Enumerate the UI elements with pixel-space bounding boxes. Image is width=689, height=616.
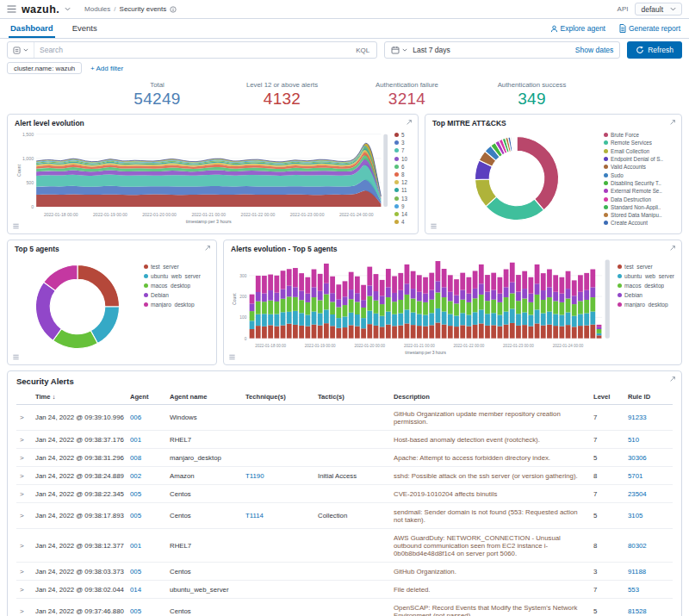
legend-item[interactable]: macos_desktop: [144, 281, 209, 290]
refresh-button[interactable]: Refresh: [627, 41, 682, 59]
search-input[interactable]: [34, 46, 349, 54]
expand-row-icon[interactable]: >: [20, 436, 24, 444]
legend-item[interactable]: Endpoint Denial of S..: [604, 155, 674, 163]
legend-item[interactable]: Brute Force: [604, 131, 674, 139]
calendar-menu-button[interactable]: [391, 46, 407, 54]
legend-item[interactable]: ubuntu_web_server: [144, 271, 209, 281]
column-header[interactable]: Agent: [127, 389, 166, 405]
rule-id-link[interactable]: 510: [628, 436, 639, 444]
rule-id-link[interactable]: 81528: [628, 607, 647, 615]
technique-link[interactable]: T1190: [245, 472, 264, 480]
legend-item[interactable]: Create Account: [604, 219, 674, 227]
expand-row-icon[interactable]: >: [20, 607, 24, 615]
legend-item[interactable]: 9: [394, 202, 411, 210]
legend-item[interactable]: manjaro_desktop: [618, 300, 674, 309]
expand-row-icon[interactable]: >: [20, 490, 24, 498]
column-header[interactable]: Rule ID: [624, 389, 673, 405]
agent-id-link[interactable]: 005: [130, 490, 141, 498]
legend-item[interactable]: 10: [394, 155, 411, 163]
legend-item[interactable]: 11: [394, 186, 411, 194]
rule-id-link[interactable]: 553: [628, 586, 639, 594]
legend-item[interactable]: 14: [394, 210, 411, 218]
legend-item[interactable]: Email Collection: [604, 147, 674, 155]
legend-item[interactable]: Valid Accounts: [604, 163, 674, 171]
legend-item[interactable]: Stored Data Manipu..: [604, 211, 674, 219]
tab[interactable]: Events: [71, 19, 99, 38]
agent-id-link[interactable]: 001: [130, 542, 141, 550]
rule-id-link[interactable]: 5701: [628, 472, 642, 480]
column-header[interactable]: Time ↓: [32, 389, 127, 405]
tab[interactable]: Dashboard: [9, 19, 55, 38]
legend-item[interactable]: Standard Non-Appli..: [604, 203, 674, 211]
expand-panel-icon[interactable]: [406, 119, 413, 126]
legend-item[interactable]: manjaro_desktop: [144, 300, 209, 309]
expand-row-icon[interactable]: >: [20, 542, 24, 550]
filter-pill[interactable]: cluster.name: wazuh: [7, 62, 82, 74]
legend-item[interactable]: test_server: [144, 262, 209, 271]
legend-item[interactable]: 8: [394, 171, 411, 178]
expand-row-icon[interactable]: >: [20, 454, 24, 462]
column-header[interactable]: Level: [590, 389, 624, 405]
expand-row-icon[interactable]: >: [20, 414, 24, 421]
agent-id-link[interactable]: 005: [130, 607, 141, 615]
wazuh-logo[interactable]: wazuh.: [22, 3, 59, 16]
legend-toggle-icon[interactable]: [12, 222, 20, 230]
expand-panel-icon[interactable]: [669, 376, 676, 383]
agent-id-link[interactable]: 006: [130, 414, 141, 421]
legend-item[interactable]: 7: [394, 146, 411, 154]
legend-item[interactable]: Disabling Security T..: [604, 179, 674, 187]
legend-item[interactable]: 12: [394, 178, 411, 186]
menu-icon[interactable]: [7, 5, 16, 13]
explore-agent-button[interactable]: Explore agent: [550, 24, 605, 33]
legend-item[interactable]: 3: [394, 139, 411, 146]
expand-row-icon[interactable]: >: [20, 512, 24, 520]
legend-item[interactable]: test_server: [618, 262, 674, 271]
column-header[interactable]: Tactic(s): [314, 389, 390, 405]
expand-panel-icon[interactable]: [204, 245, 211, 252]
generate-report-button[interactable]: Generate report: [619, 24, 680, 33]
legend-item[interactable]: 6: [394, 163, 411, 171]
rule-id-link[interactable]: 80302: [628, 542, 647, 550]
technique-link[interactable]: T1114: [245, 512, 264, 520]
chevron-down-icon[interactable]: [65, 7, 71, 11]
legend-item[interactable]: Remote Services: [604, 139, 674, 146]
column-header[interactable]: Technique(s): [242, 389, 314, 405]
legend-item[interactable]: Data Destruction: [604, 195, 674, 202]
expand-row-icon[interactable]: >: [20, 586, 24, 594]
agent-id-link[interactable]: 002: [130, 472, 141, 480]
legend-item[interactable]: Debian: [618, 290, 674, 300]
info-icon[interactable]: [170, 6, 177, 13]
breadcrumb-modules[interactable]: Modules: [84, 5, 110, 13]
agent-id-link[interactable]: 001: [130, 436, 141, 444]
legend-item[interactable]: 4: [394, 218, 411, 226]
expand-row-icon[interactable]: >: [20, 568, 24, 576]
legend-toggle-icon[interactable]: [430, 222, 438, 230]
agent-id-link[interactable]: 014: [130, 586, 141, 594]
expand-row-icon[interactable]: >: [20, 472, 24, 480]
expand-panel-icon[interactable]: [669, 119, 676, 126]
legend-item[interactable]: Sudo: [604, 171, 674, 178]
rule-id-link[interactable]: 30306: [628, 454, 647, 462]
legend-item[interactable]: 5: [394, 131, 411, 139]
add-filter-button[interactable]: + Add filter: [90, 65, 123, 72]
legend-item[interactable]: External Remote Se..: [604, 187, 674, 195]
saved-query-menu-button[interactable]: [8, 42, 34, 58]
legend-toggle-icon[interactable]: [228, 353, 236, 361]
rule-id-link[interactable]: 91188: [628, 568, 646, 576]
legend-item[interactable]: macos_desktop: [618, 281, 674, 290]
expand-panel-icon[interactable]: [669, 245, 676, 252]
legend-toggle-icon[interactable]: [12, 353, 20, 361]
column-header[interactable]: Description: [390, 389, 590, 405]
legend-item[interactable]: Debian: [144, 290, 209, 300]
column-header[interactable]: Agent name: [166, 389, 242, 405]
rule-id-link[interactable]: 91233: [628, 414, 647, 421]
agent-id-link[interactable]: 005: [130, 512, 141, 520]
query-language-toggle[interactable]: KQL: [349, 47, 376, 54]
api-select[interactable]: default: [635, 3, 682, 16]
legend-item[interactable]: ubuntu_web_server: [618, 271, 674, 281]
time-range-value[interactable]: Last 7 days: [413, 46, 450, 54]
show-dates-button[interactable]: Show dates: [575, 46, 613, 54]
agent-id-link[interactable]: 005: [130, 568, 141, 576]
rule-id-link[interactable]: 23504: [628, 490, 647, 498]
agent-id-link[interactable]: 008: [130, 454, 141, 462]
